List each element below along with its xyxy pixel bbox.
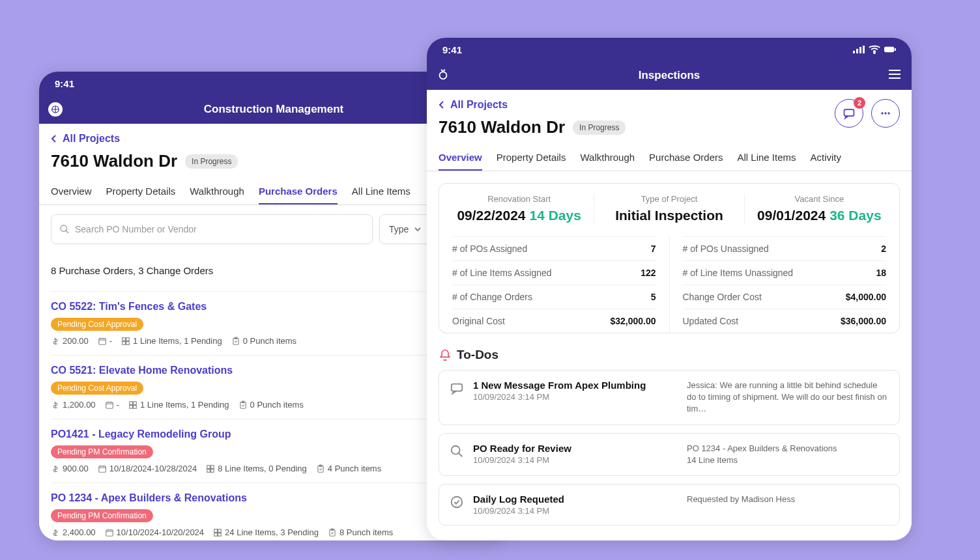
svg-point-37 — [440, 72, 447, 79]
svg-point-43 — [452, 445, 460, 454]
svg-rect-11 — [134, 401, 137, 404]
svg-rect-20 — [211, 469, 214, 472]
svg-rect-13 — [134, 405, 137, 408]
tab-overview[interactable]: Overview — [51, 179, 92, 204]
stat-label: # of Line Items Assigned — [452, 268, 552, 278]
todo-item[interactable]: Daily Log Requeted 10/09/2024 3:14 PM Re… — [439, 484, 900, 525]
chevron-down-icon — [414, 225, 422, 233]
todo-title: PO Ready for Review — [473, 443, 678, 454]
svg-rect-36 — [895, 48, 896, 51]
po-lineitems: 1 Line Items, 1 Pending — [128, 400, 229, 410]
message-icon — [450, 381, 464, 395]
svg-point-44 — [452, 497, 463, 508]
po-punch: 8 Punch items — [328, 527, 393, 537]
todo-detail: Requested by Madison Hess — [687, 494, 889, 505]
breadcrumb-back[interactable]: All Projects — [439, 99, 626, 111]
todo-item[interactable]: PO Ready for Review 10/09/2024 3:14 PM P… — [439, 433, 900, 476]
svg-rect-38 — [844, 109, 854, 116]
todo-item[interactable]: 1 New Message From Apex Plumbing 10/09/2… — [439, 370, 900, 425]
todo-time: 10/09/2024 3:14 PM — [473, 392, 678, 402]
svg-rect-35 — [884, 47, 894, 52]
stat-value: 122 — [641, 268, 656, 278]
svg-rect-3 — [122, 337, 126, 341]
stat-row: Original Cost$32,000.00 — [452, 309, 656, 333]
status-icons — [853, 45, 896, 54]
svg-point-41 — [887, 112, 889, 114]
po-lineitems: 8 Line Items, 0 Pending — [206, 464, 307, 473]
tabs: OverviewProperty DetailsWalkthroughPurch… — [427, 145, 912, 171]
tab-walkthrough[interactable]: Walkthrough — [580, 145, 635, 171]
stat-value: $36,000.00 — [841, 316, 886, 326]
search-input[interactable]: Search PO Number or Vendor — [51, 214, 373, 244]
notification-badge: 2 — [854, 97, 865, 109]
app-title: Inspections — [639, 69, 700, 82]
tab-purchase-orders[interactable]: Purchase Orders — [259, 179, 338, 204]
todo-time: 10/09/2024 3:14 PM — [473, 455, 678, 465]
logo-icon — [48, 102, 63, 117]
tab-walkthrough[interactable]: Walkthrough — [190, 179, 244, 204]
stat-value: $4,000.00 — [846, 292, 886, 302]
summary-metric: Renovation Start 09/22/202414 Days — [444, 194, 594, 223]
stat-label: # of POs Assigned — [452, 244, 527, 254]
metric-label: Renovation Start — [450, 194, 588, 204]
po-lineitems: 1 Line Items, 1 Pending — [121, 336, 222, 346]
search-icon — [59, 224, 70, 234]
svg-point-1 — [61, 225, 66, 231]
messages-button[interactable]: 2 — [835, 99, 863, 128]
svg-point-40 — [884, 112, 886, 114]
stat-value: 5 — [651, 292, 656, 302]
svg-rect-33 — [863, 46, 865, 53]
summary-metric: Type of Project Initial Inspection — [594, 194, 744, 223]
summary-metric: Vacant Since 09/01/202436 Days — [745, 194, 894, 223]
filter-type[interactable]: Type — [379, 214, 431, 244]
svg-rect-19 — [207, 469, 210, 472]
wifi-icon — [869, 45, 880, 54]
todos-header: To-Dos — [439, 348, 900, 362]
stat-row: # of Line Items Unassigned18 — [683, 260, 887, 285]
po-amount: 900.00 — [51, 464, 89, 473]
tab-all-line-items[interactable]: All Line Items — [352, 179, 411, 204]
todos-title: To-Dos — [457, 348, 498, 362]
stat-value: $32,000.00 — [610, 316, 656, 326]
svg-rect-16 — [99, 466, 106, 471]
po-badge: Pending PM Confirmation — [51, 509, 153, 522]
todo-detail: PO 1234 - Apex Builders & Renovations14 … — [687, 443, 889, 466]
tab-activity[interactable]: Activity — [811, 145, 842, 171]
svg-rect-26 — [214, 533, 218, 536]
metric-value: 09/01/202436 Days — [750, 208, 889, 223]
svg-rect-24 — [214, 529, 218, 532]
tab-all-line-items[interactable]: All Line Items — [737, 145, 796, 171]
metric-label: Vacant Since — [750, 194, 889, 204]
todo-title: Daily Log Requeted — [473, 494, 678, 505]
svg-rect-17 — [207, 465, 210, 468]
tab-overview[interactable]: Overview — [439, 145, 482, 171]
todo-time: 10/09/2024 3:14 PM — [473, 506, 678, 516]
tab-purchase-orders[interactable]: Purchase Orders — [649, 145, 723, 171]
svg-rect-4 — [126, 337, 130, 341]
po-lineitems: 24 Line Items, 3 Pending — [213, 527, 319, 537]
svg-rect-31 — [856, 49, 858, 53]
svg-rect-2 — [99, 338, 106, 344]
stat-label: Updated Cost — [683, 316, 739, 326]
stat-label: # of Change Orders — [452, 292, 532, 302]
more-button[interactable] — [871, 99, 900, 128]
stat-row: # of Line Items Assigned122 — [452, 260, 656, 285]
menu-button[interactable] — [887, 66, 902, 85]
breadcrumb-label: All Projects — [63, 133, 120, 145]
svg-rect-32 — [859, 47, 861, 53]
project-title: 7610 Waldon Dr — [439, 117, 565, 137]
tab-property-details[interactable]: Property Details — [497, 145, 566, 171]
status-time: 9:41 — [442, 44, 462, 55]
tab-property-details[interactable]: Property Details — [106, 179, 176, 204]
svg-point-34 — [874, 52, 875, 53]
status-badge: In Progress — [185, 154, 238, 169]
po-punch: 0 Punch items — [238, 400, 304, 410]
po-badge: Pending Cost Approval — [51, 382, 143, 395]
status-badge: In Progress — [573, 120, 626, 135]
status-bar: 9:41 — [427, 38, 912, 61]
svg-rect-18 — [211, 465, 214, 468]
stat-row: # of POs Unassigned2 — [683, 236, 887, 260]
project-title: 7610 Waldon Dr — [51, 151, 177, 171]
svg-rect-5 — [122, 341, 126, 344]
stat-label: Change Order Cost — [683, 292, 762, 302]
